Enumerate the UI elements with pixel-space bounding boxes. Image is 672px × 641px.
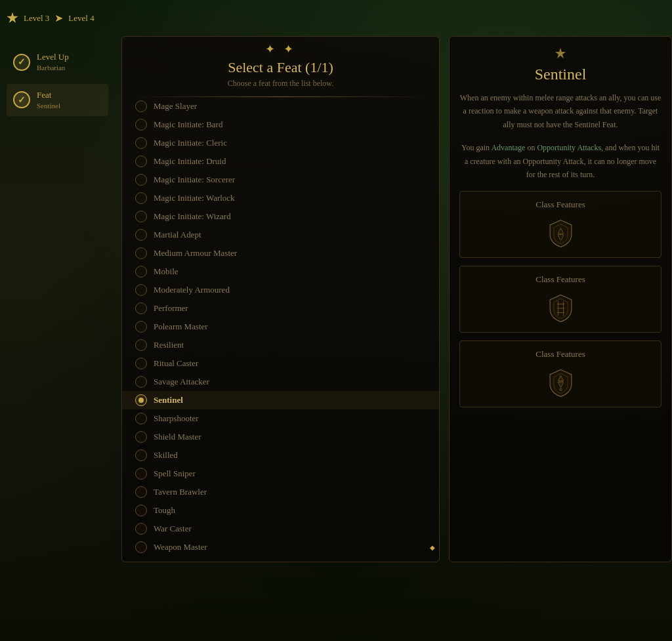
radio-skilled — [135, 449, 147, 461]
panel-title: Select a Feat (1/1) — [122, 56, 439, 79]
feat-item-magic-initiate-cleric[interactable]: Magic Initiate: Cleric — [122, 134, 439, 152]
info-panel: Sentinel When an enemy within melee rang… — [449, 36, 672, 562]
feat-label-medium-armour-master: Medium Armour Master — [154, 248, 237, 258]
feat-label-magic-initiate-cleric: Magic Initiate: Cleric — [154, 138, 227, 148]
feat-label-moderately-armoured: Moderately Armoured — [154, 285, 230, 295]
feat-label-sharpshooter: Sharpshooter — [154, 413, 199, 424]
radio-performer — [135, 302, 147, 314]
feat-item-magic-initiate-bard[interactable]: Magic Initiate: Bard — [122, 115, 439, 134]
feat-item-magic-initiate-wizard[interactable]: Magic Initiate: Wizard — [122, 207, 439, 226]
radio-magic-initiate-warlock — [135, 192, 147, 204]
level-to: Level 4 — [68, 13, 94, 24]
level-from: Level 3 — [24, 13, 49, 24]
main-panel: ✦ ✦ Select a Feat (1/1) Choose a feat fr… — [121, 36, 440, 562]
radio-magic-initiate-sorcerer — [135, 174, 147, 186]
feat-item-ritual-caster[interactable]: Ritual Caster — [122, 354, 439, 373]
feat-label-polearm-master: Polearm Master — [154, 321, 208, 332]
radio-tavern-brawler — [135, 486, 147, 498]
radio-tough — [135, 505, 147, 516]
feat-label-performer: Performer — [154, 303, 188, 314]
feat-label-resilient: Resilient — [154, 340, 184, 350]
feat-item-martial-adept[interactable]: Martial Adept — [122, 226, 439, 244]
info-description-2: You gain Advantage on Opportunity Attack… — [459, 141, 662, 181]
radio-savage-attacker — [135, 376, 147, 388]
feat-label-magic-initiate-wizard: Magic Initiate: Wizard — [154, 211, 231, 222]
radio-medium-armour-master — [135, 247, 147, 259]
sidebar: ✓ Level Up Barbarian ✓ Feat Sentinel — [0, 39, 115, 128]
feat-item-savage-attacker[interactable]: Savage Attacker — [122, 373, 439, 391]
radio-magic-initiate-wizard — [135, 211, 147, 222]
feat-label-mobile: Mobile — [154, 266, 178, 277]
feature-card-1-title: Class Features — [468, 199, 653, 210]
feat-label-ritual-caster: Ritual Caster — [154, 358, 198, 369]
feat-item-medium-armour-master[interactable]: Medium Armour Master — [122, 244, 439, 262]
feature-card-1: Class Features — [459, 191, 662, 258]
level-icon — [7, 12, 18, 24]
radio-moderately-armoured — [135, 284, 147, 296]
feat-label-martial-adept: Martial Adept — [154, 230, 201, 240]
radio-resilient — [135, 339, 147, 351]
feat-label-magic-initiate-bard: Magic Initiate: Bard — [154, 119, 222, 130]
feat-item-mage-slayer[interactable]: Mage Slayer — [122, 97, 439, 115]
level-arrow: ➤ — [54, 12, 63, 24]
sidebar-label-feat: Feat — [37, 89, 60, 101]
feat-item-skilled[interactable]: Skilled — [122, 446, 439, 465]
feat-item-war-caster[interactable]: War Caster — [122, 520, 439, 538]
sidebar-item-feat[interactable]: ✓ Feat Sentinel — [7, 84, 108, 117]
info-description: When an enemy within melee range attacks… — [459, 91, 662, 131]
highlight-advantage: Advantage — [491, 143, 525, 152]
sidebar-sub-feat: Sentinel — [37, 101, 60, 111]
info-title: Sentinel — [459, 66, 662, 83]
feature-icon-2 — [544, 291, 577, 324]
feat-item-mobile[interactable]: Mobile — [122, 262, 439, 281]
info-ornament — [459, 47, 662, 62]
feat-label-mage-slayer: Mage Slayer — [154, 101, 197, 112]
feat-label-tough: Tough — [154, 505, 175, 516]
feat-item-spell-sniper[interactable]: Spell Sniper — [122, 465, 439, 483]
feat-label-skilled: Skilled — [154, 450, 178, 461]
feat-label-spell-sniper: Spell Sniper — [154, 468, 196, 479]
feat-label-savage-attacker: Savage Attacker — [154, 377, 209, 387]
radio-polearm-master — [135, 321, 147, 333]
panel-ornament: ✦ ✦ — [122, 37, 439, 56]
sidebar-label-levelup: Level Up — [37, 51, 69, 63]
check-circle-levelup: ✓ — [13, 54, 30, 71]
feat-item-sentinel[interactable]: Sentinel — [122, 391, 439, 409]
feat-item-performer[interactable]: Performer — [122, 299, 439, 318]
feat-label-war-caster: War Caster — [154, 524, 192, 534]
radio-sentinel — [135, 394, 147, 406]
sidebar-item-levelup[interactable]: ✓ Level Up Barbarian — [7, 46, 108, 79]
feat-item-tough[interactable]: Tough — [122, 501, 439, 520]
radio-magic-initiate-cleric — [135, 137, 147, 149]
radio-magic-initiate-bard — [135, 119, 147, 131]
feat-item-magic-initiate-druid[interactable]: Magic Initiate: Druid — [122, 152, 439, 171]
radio-martial-adept — [135, 229, 147, 241]
feat-item-tavern-brawler[interactable]: Tavern Brawler — [122, 483, 439, 501]
top-nav: Level 3 ➤ Level 4 — [7, 12, 94, 24]
feat-label-magic-initiate-druid: Magic Initiate: Druid — [154, 156, 226, 167]
feature-card-3-title: Class Features — [468, 349, 653, 360]
panel-subtitle: Choose a feat from the list below. — [122, 79, 439, 96]
feature-card-2-title: Class Features — [468, 274, 653, 285]
feat-item-resilient[interactable]: Resilient — [122, 336, 439, 354]
feat-item-moderately-armoured[interactable]: Moderately Armoured — [122, 281, 439, 299]
feat-label-shield-master: Shield Master — [154, 432, 201, 442]
radio-shield-master — [135, 431, 147, 443]
check-circle-feat: ✓ — [13, 91, 30, 108]
feat-item-weapon-master[interactable]: Weapon Master◆ — [122, 538, 439, 556]
feature-card-2: Class Features — [459, 266, 662, 333]
radio-mobile — [135, 266, 147, 278]
radio-ritual-caster — [135, 358, 147, 369]
feat-item-magic-initiate-sorcerer[interactable]: Magic Initiate: Sorcerer — [122, 171, 439, 189]
feature-icon-3 — [544, 366, 577, 399]
feat-label-tavern-brawler: Tavern Brawler — [154, 487, 207, 497]
feat-item-shield-master[interactable]: Shield Master — [122, 428, 439, 446]
feat-label-magic-initiate-warlock: Magic Initiate: Warlock — [154, 193, 235, 203]
feat-item-magic-initiate-warlock[interactable]: Magic Initiate: Warlock — [122, 189, 439, 207]
feat-item-polearm-master[interactable]: Polearm Master — [122, 318, 439, 336]
feat-label-weapon-master: Weapon Master — [154, 542, 207, 552]
radio-magic-initiate-druid — [135, 155, 147, 167]
radio-spell-sniper — [135, 468, 147, 480]
feat-item-sharpshooter[interactable]: Sharpshooter — [122, 409, 439, 428]
feat-list: Lightly Armoured◆LuckyMage SlayerMagic I… — [122, 97, 439, 562]
